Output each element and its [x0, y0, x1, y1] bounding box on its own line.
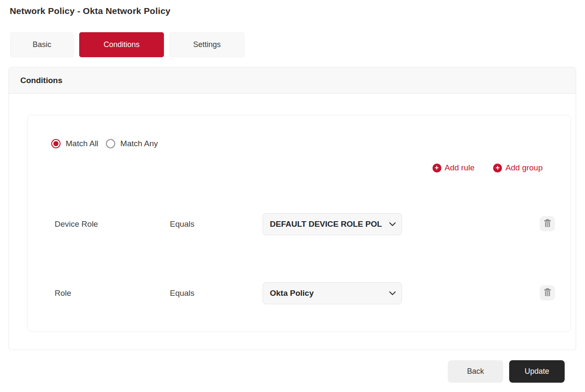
delete-rule-button[interactable] [540, 285, 555, 300]
add-group-button[interactable]: + Add group [493, 163, 543, 172]
update-button[interactable]: Update [509, 360, 565, 383]
select-value: Okta Policy [270, 289, 314, 298]
add-group-label: Add group [505, 163, 543, 172]
tab-basic[interactable]: Basic [10, 32, 74, 57]
panel-header: Conditions [9, 67, 576, 94]
match-all-radio[interactable]: Match All [51, 139, 98, 148]
add-links: + Add rule + Add group [433, 163, 543, 172]
add-rule-label: Add rule [445, 163, 475, 172]
select-value: DEFAULT DEVICE ROLE POL [270, 220, 382, 229]
radio-circle-icon [106, 139, 115, 148]
rule-value-select[interactable]: DEFAULT DEVICE ROLE POL [263, 213, 402, 235]
match-any-label: Match Any [120, 139, 158, 148]
match-radio-group: Match All Match Any [51, 139, 158, 148]
radio-circle-icon [51, 139, 61, 148]
rule-field-label: Role [55, 282, 71, 304]
match-any-radio[interactable]: Match Any [106, 139, 158, 148]
rule-row: Device Role Equals DEFAULT DEVICE ROLE P… [28, 213, 571, 235]
tab-bar: Basic Conditions Settings [10, 32, 244, 57]
rule-operator-label: Equals [170, 213, 194, 235]
plus-icon: + [433, 164, 441, 172]
delete-rule-button[interactable] [540, 216, 555, 231]
page-title: Network Policy - Okta Network Policy [10, 6, 170, 16]
trash-icon [544, 219, 551, 228]
tab-conditions[interactable]: Conditions [79, 32, 164, 57]
rule-value-select[interactable]: Okta Policy [263, 282, 402, 304]
rule-card: Match All Match Any + Add rule + Add gro… [28, 115, 571, 332]
add-rule-button[interactable]: + Add rule [433, 163, 475, 172]
conditions-panel: Conditions Match All Match Any + Add rul… [8, 67, 576, 350]
chevron-down-icon [389, 291, 396, 295]
rule-row: Role Equals Okta Policy [28, 282, 571, 304]
tab-settings[interactable]: Settings [169, 32, 244, 57]
rule-operator-label: Equals [170, 282, 194, 304]
back-button[interactable]: Back [448, 360, 503, 383]
chevron-down-icon [389, 222, 396, 226]
rule-field-label: Device Role [55, 213, 98, 235]
match-all-label: Match All [66, 139, 98, 148]
plus-icon: + [493, 164, 502, 172]
trash-icon [544, 288, 551, 297]
